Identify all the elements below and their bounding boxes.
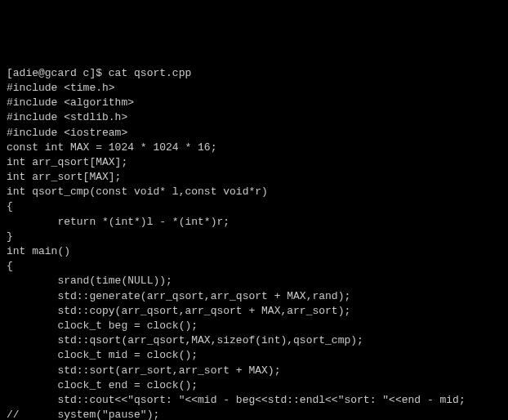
terminal-line: #include <algorithm> (7, 96, 501, 110)
terminal-line: int main() (7, 244, 501, 259)
terminal-line: int arr_sort[MAX]; (7, 170, 501, 185)
terminal-line: clock_t end = clock(); (7, 378, 501, 393)
terminal-line: #include <stdlib.h> (7, 110, 501, 125)
terminal-line: { (7, 199, 501, 214)
terminal-line: std::sort(arr_sort,arr_sort + MAX); (7, 364, 501, 378)
terminal-line: std::generate(arr_qsort,arr_qsort + MAX,… (7, 289, 501, 304)
terminal-line: std::qsort(arr_qsort,MAX,sizeof(int),qso… (7, 333, 501, 348)
terminal-line: std::copy(arr_qsort,arr_qsort + MAX,arr_… (7, 304, 501, 319)
terminal-line: // system("pause"); (7, 408, 501, 420)
terminal-line: int arr_qsort[MAX]; (7, 155, 501, 170)
terminal-line: std::cout<<"qsort: "<<mid - beg<<std::en… (7, 393, 501, 408)
terminal-line: return *(int*)l - *(int*)r; (7, 215, 501, 230)
terminal-line: { (7, 259, 501, 274)
terminal-line: clock_t mid = clock(); (7, 348, 501, 363)
terminal-line: #include <time.h> (7, 81, 501, 96)
terminal-line: int qsort_cmp(const void* l,const void*r… (7, 185, 501, 199)
terminal-line: [adie@gcard c]$ cat qsort.cpp (7, 66, 501, 81)
terminal-output: [adie@gcard c]$ cat qsort.cpp#include <t… (7, 66, 501, 420)
terminal-line: const int MAX = 1024 * 1024 * 16; (7, 141, 501, 155)
terminal-line: clock_t beg = clock(); (7, 319, 501, 333)
terminal-line: } (7, 230, 501, 244)
terminal-line: #include <iostream> (7, 126, 501, 141)
terminal-line: srand(time(NULL)); (7, 274, 501, 288)
